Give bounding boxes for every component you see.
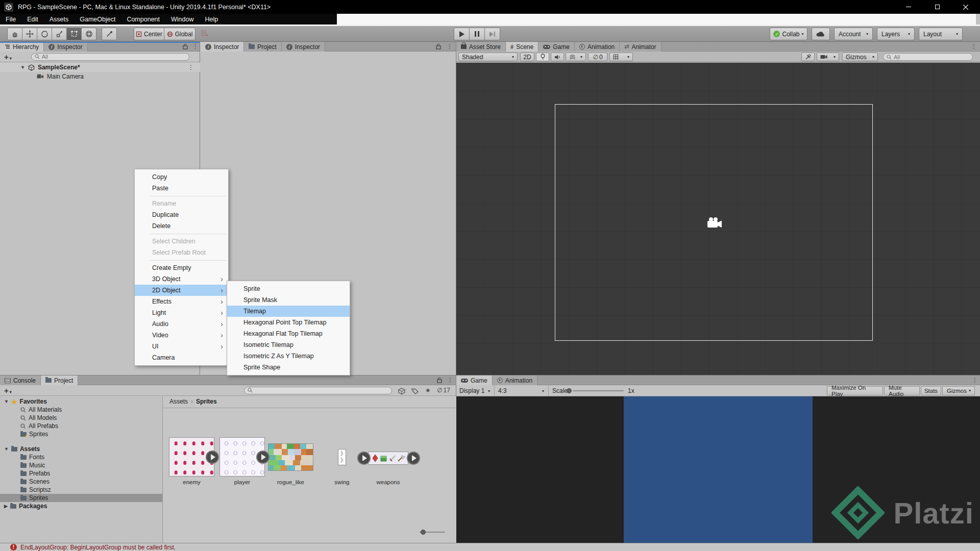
menu-file[interactable]: File <box>0 14 21 24</box>
grid-visibility-dropdown[interactable]: ▾ <box>609 53 633 61</box>
menu-component[interactable]: Component <box>121 14 165 24</box>
play-button[interactable] <box>454 28 470 40</box>
submenu-item-sprite-mask[interactable]: Sprite Mask <box>227 294 350 306</box>
more-menu-icon[interactable]: ⋮ <box>971 43 977 50</box>
tab-hierarchy[interactable]: Hierarchy <box>0 42 44 52</box>
scene-header-row[interactable]: ▼ SampleScene* ⋮ <box>0 63 200 72</box>
tree-all-materials[interactable]: All Materials <box>0 406 162 414</box>
menu-assets[interactable]: Assets <box>44 14 75 24</box>
tab-animator[interactable]: ⇄ Animator <box>620 42 661 52</box>
submenu-item-tilemap[interactable]: Tilemap <box>227 306 350 317</box>
menu-item-delete[interactable]: Delete <box>135 220 228 232</box>
lock-icon[interactable] <box>183 43 188 51</box>
mute-audio-button[interactable]: Mute Audio <box>884 386 920 395</box>
space-toggle-button[interactable]: Global <box>164 28 195 40</box>
menu-item-ui[interactable]: UI › <box>135 341 228 352</box>
expand-arrow-icon[interactable]: ▼ <box>4 399 9 404</box>
play-preview-icon[interactable] <box>206 450 219 464</box>
submenu-item-isometric-zy-tilemap[interactable]: Isometric Z As Y Tilemap <box>227 350 350 362</box>
effects-dropdown-button[interactable]: ▾ <box>566 53 586 61</box>
scene-search[interactable] <box>883 53 973 61</box>
asset-thumb-weapons[interactable] <box>368 452 408 465</box>
stats-button[interactable]: Stats <box>921 386 941 395</box>
submenu-item-isometric-tilemap[interactable]: Isometric Tilemap <box>227 339 350 350</box>
menu-item-paste[interactable]: Paste <box>135 183 228 194</box>
menu-item-duplicate[interactable]: Duplicate <box>135 209 228 220</box>
asset-label[interactable]: player <box>219 479 265 485</box>
status-bar[interactable]: ! EndLayoutGroup: BeginLayoutGroup must … <box>0 543 980 551</box>
tab-inspector-2[interactable]: i Inspector <box>282 42 325 52</box>
submenu-item-hex-point-tilemap[interactable]: Hexagonal Point Top Tilemap <box>227 317 350 328</box>
project-search-input[interactable] <box>255 387 388 393</box>
asset-thumb-enemy[interactable] <box>169 437 214 477</box>
expand-arrow-icon[interactable]: ▼ <box>4 447 9 452</box>
menu-window[interactable]: Window <box>165 14 199 24</box>
menu-item-audio[interactable]: Audio › <box>135 318 228 330</box>
menu-item-camera[interactable]: Camera <box>135 352 228 363</box>
menu-item-light[interactable]: Light › <box>135 307 228 318</box>
submenu-item-hex-flat-tilemap[interactable]: Hexagonal Flat Top Tilemap <box>227 328 350 339</box>
tab-animation-top[interactable]: Animation <box>575 42 620 52</box>
tree-packages[interactable]: ▶ Packages <box>0 502 162 510</box>
hand-tool-button[interactable] <box>7 28 22 40</box>
shading-mode-dropdown[interactable]: Shaded ▾ <box>458 53 518 61</box>
rotate-tool-button[interactable] <box>37 28 52 40</box>
asset-thumb-swing[interactable] <box>338 449 346 465</box>
asset-thumb-player[interactable] <box>219 437 265 477</box>
menu-item-2d-object[interactable]: 2D Object › <box>135 285 228 296</box>
menu-gameobject[interactable]: GameObject <box>74 14 121 24</box>
more-menu-icon[interactable]: ⋮ <box>447 377 453 384</box>
label-filter-icon[interactable] <box>411 387 419 396</box>
menu-item-copy[interactable]: Copy <box>135 171 228 183</box>
2d-toggle-button[interactable]: 2D <box>520 53 534 61</box>
scale-slider-track[interactable] <box>573 390 624 391</box>
tree-prefabs[interactable]: Prefabs <box>0 469 162 478</box>
tab-project[interactable]: Project <box>41 375 78 385</box>
tree-favorites[interactable]: ▼ ★ Favorites <box>0 397 162 406</box>
tab-animation[interactable]: Animation <box>493 375 537 385</box>
scene-viewport[interactable] <box>456 63 980 375</box>
layout-dropdown[interactable]: Layout ▾ <box>919 28 963 40</box>
thumbnail-size-knob[interactable] <box>421 530 426 535</box>
tab-game[interactable]: Game <box>456 375 493 385</box>
hierarchy-item-main-camera[interactable]: Main Camera <box>0 72 200 81</box>
tab-game-top[interactable]: Game <box>538 42 575 52</box>
more-menu-icon[interactable]: ⋮ <box>447 43 453 50</box>
editor-tools-button[interactable] <box>801 53 815 61</box>
menu-item-effects[interactable]: Effects › <box>135 296 228 307</box>
tree-scriptsz[interactable]: Scriptsz <box>0 486 162 494</box>
menu-item-create-empty[interactable]: Create Empty <box>135 262 228 273</box>
tree-fonts[interactable]: Fonts <box>0 453 162 461</box>
tab-inspector-active[interactable]: i Inspector <box>201 42 244 52</box>
hierarchy-search[interactable] <box>31 53 189 61</box>
asset-label[interactable]: swing <box>324 479 360 485</box>
collapsed-arrow-icon[interactable]: ▶ <box>4 504 8 509</box>
hierarchy-search-input[interactable] <box>42 54 186 60</box>
package-filter-icon[interactable] <box>398 387 405 396</box>
collab-button[interactable]: ✓ Collab ▾ <box>770 28 807 40</box>
tab-inspector-left[interactable]: i Inspector <box>44 42 87 52</box>
camera-gizmo-icon[interactable] <box>706 217 723 230</box>
move-tool-button[interactable] <box>22 28 37 40</box>
favorites-filter-icon[interactable]: ★ <box>425 387 431 394</box>
asset-label[interactable]: enemy <box>169 479 214 485</box>
close-button[interactable] <box>951 0 980 14</box>
account-dropdown[interactable]: Account ▾ <box>834 28 873 40</box>
minimize-button[interactable] <box>894 0 923 14</box>
display-dropdown[interactable]: Display 1 <box>459 387 484 394</box>
tree-assets[interactable]: ▼ Assets <box>0 445 162 453</box>
scale-tool-button[interactable] <box>52 28 67 40</box>
pause-button[interactable] <box>469 28 485 40</box>
project-hidden-count[interactable]: ∅ 17 <box>437 387 450 394</box>
menu-edit[interactable]: Edit <box>21 14 44 24</box>
tree-all-prefabs[interactable]: All Prefabs <box>0 422 162 430</box>
maximize-on-play-button[interactable]: Maximize On Play <box>827 386 883 395</box>
project-search[interactable] <box>244 387 392 394</box>
tree-music[interactable]: Music <box>0 461 162 469</box>
tree-fav-sprites[interactable]: ★ Sprites <box>0 430 162 438</box>
hidden-objects-button[interactable]: ∅ 0 <box>588 53 607 61</box>
create-button[interactable]: + ▾ <box>4 53 12 61</box>
asset-thumb-rogue-like[interactable] <box>268 443 313 471</box>
cloud-button[interactable] <box>812 28 830 40</box>
tab-project-center[interactable]: Project <box>244 42 281 52</box>
